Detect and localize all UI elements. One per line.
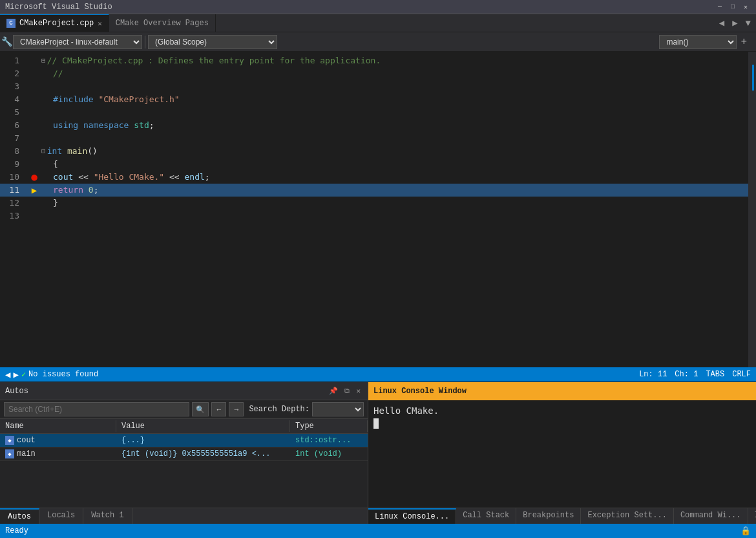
cpp-file-icon: C [6,19,16,28]
tab-cmake-cpp-close[interactable]: ✕ [98,19,102,28]
table-row-cout[interactable]: ◆ cout {...} std::ostr... [0,434,368,447]
code-line-5: 5 [0,106,756,119]
config-dropdown[interactable]: CMakeProject - linux-default [13,35,142,49]
status-bar-right: Ln: 11 Ch: 1 TABS CRLF [639,370,751,379]
code-line-8: 8 ⊟ int main() [0,145,756,158]
window-controls[interactable]: — □ ✕ [715,2,751,12]
cell-main-value: {int (void)} 0x5555555551a9 <... [116,447,290,460]
code-line-11: 11 ▶ return 0; [0,184,756,197]
code-line-4: 4 #include "CMakeProject.h" [0,93,756,106]
editor-pane: 1 ⊟ // CMakeProject.cpp : Defines the en… [0,52,756,367]
console-tab-callstack[interactable]: Call Stack [456,508,516,524]
table-row-main[interactable]: ◆ main {int (void)} 0x5555555551a9 <... … [0,447,368,461]
minimize-button[interactable]: — [715,2,725,12]
autos-panel-title: Autos [5,387,28,396]
code-line-7: 7 [0,132,756,145]
console-tab-immediate[interactable]: Immediate Wi... [748,508,757,524]
tab-scroll-right[interactable]: ▶ [730,16,740,30]
close-button[interactable]: ✕ [740,2,751,12]
toolbar-left: 🔧 CMakeProject - linux-default (Global S… [0,35,659,49]
console-tab-exception[interactable]: Exception Sett... [581,508,673,524]
scroll-position-indicator [752,65,754,91]
code-line-2: 2 // [0,67,756,80]
scope-dropdown[interactable]: (Global Scope) [148,35,277,49]
cell-cout-type: std::ostr... [290,434,368,447]
code-line-13: 13 [0,210,756,222]
editor-content[interactable]: 1 ⊟ // CMakeProject.cpp : Defines the en… [0,52,756,367]
tab-cmake-overview[interactable]: CMake Overview Pages [109,14,216,32]
tab-bar-right-controls: ◀ ▶ ▼ [717,14,756,32]
maximize-button[interactable]: □ [728,2,738,12]
cell-cout-name: ◆ cout [0,434,116,447]
scroll-left-btn[interactable]: ◀ [5,369,10,380]
line-number-4: 4 [0,93,19,106]
autos-panel-header: Autos 📌 ⧉ ✕ [0,382,368,400]
status-encoding: TABS [706,370,724,379]
line-number-2: 2 [0,67,19,80]
autos-search-input[interactable] [4,402,189,416]
tab-locals[interactable]: Locals [39,508,83,524]
tab-watch1[interactable]: Watch 1 [83,508,132,524]
console-title: Linux Console Window [373,387,467,396]
code-line-6: 6 using namespace std; [0,119,756,132]
line-number-7: 7 [0,132,19,145]
function-dropdown[interactable]: main() [659,35,737,49]
code-text-4: #include "CMakeProject.h" [53,93,180,106]
tab-cmake-cpp[interactable]: C CMakeProject.cpp ✕ [0,14,109,32]
autos-pin-btn[interactable]: 📌 [327,387,340,395]
code-text-1: // CMakeProject.cpp : Defines the entry … [47,54,381,67]
console-header: Linux Console Window ▼ 📌 ✕ [368,382,756,400]
code-text-8: int main() [47,145,98,158]
code-text-9: { [53,158,58,171]
tab-bar: C CMakeProject.cpp ✕ CMake Overview Page… [0,14,756,32]
code-text-12: } [53,197,58,210]
autos-close-btn[interactable]: ✕ [354,387,362,395]
status-line-ending: CRLF [732,370,751,379]
console-tab-breakpoints[interactable]: Breakpoints [516,508,581,524]
bottom-panels: Autos 📌 ⧉ ✕ 🔍 ← → Search Depth: Name Val… [0,382,756,524]
fold-1[interactable]: ⊟ [41,54,46,67]
line-number-8: 8 [0,145,19,158]
autos-panel-controls: 📌 ⧉ ✕ [327,387,362,395]
toolbar-separator-1 [145,36,145,48]
console-tab-command[interactable]: Command Wi... [674,508,748,524]
back-btn[interactable]: ← [211,402,226,416]
fold-8[interactable]: ⊟ [41,145,46,158]
toolbar-right: main() + [659,35,756,49]
code-editor[interactable]: 1 ⊟ // CMakeProject.cpp : Defines the en… [0,52,756,367]
line-number-6: 6 [0,119,19,132]
code-text-10: cout << "Hello CMake." << endl; [53,171,210,184]
tab-scroll-left[interactable]: ◀ [717,16,727,30]
console-tab-linux[interactable]: Linux Console... [368,508,456,524]
main-area: 1 ⊟ // CMakeProject.cpp : Defines the en… [0,52,756,367]
console-output-text: Hello CMake. [373,405,756,416]
editor-scrollbar[interactable] [748,52,756,367]
add-button[interactable]: + [737,36,751,48]
code-line-12: 12 } [0,197,756,210]
main-var-icon: ◆ [5,449,14,458]
tab-autos[interactable]: Autos [0,508,39,524]
app-status-bar: Ready 🔒 [0,524,756,538]
autos-table: Name Value Type ◆ cout {...} std::ostr..… [0,419,368,508]
code-line-1: 1 ⊟ // CMakeProject.cpp : Defines the en… [0,54,756,67]
search-depth-select[interactable] [312,402,364,416]
autos-float-btn[interactable]: ⧉ [342,387,352,395]
tab-dropdown[interactable]: ▼ [743,17,753,30]
line-number-9: 9 [0,158,19,171]
autos-toolbar: 🔍 ← → Search Depth: [0,400,368,419]
status-text: No issues found [28,370,98,379]
search-icon-btn[interactable]: 🔍 [192,402,209,416]
cell-main-name: ◆ main [0,447,116,460]
code-text-2: // [53,67,63,80]
gutter-10: ● [30,171,39,184]
tab-cmake-cpp-label: CMakeProject.cpp [19,19,94,28]
code-line-9: 9 { [0,158,756,171]
col-type: Type [290,420,368,432]
console-cursor-line [373,418,756,429]
console-panel: Linux Console Window ▼ 📌 ✕ Hello CMake. … [368,382,756,524]
table-header: Name Value Type [0,419,368,434]
forward-btn[interactable]: → [229,402,244,416]
console-content[interactable]: Hello CMake. [368,400,756,508]
line-number-1: 1 [0,54,19,67]
scroll-right-btn[interactable]: ▶ [13,369,18,380]
